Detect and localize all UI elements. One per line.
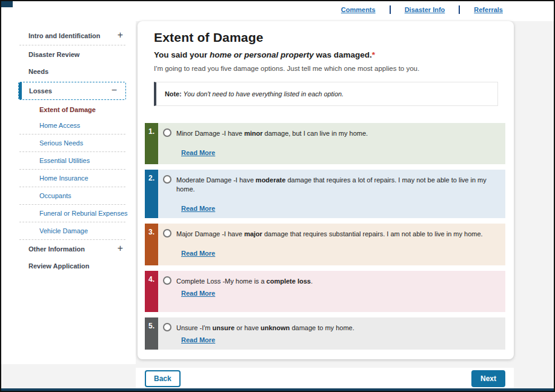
option-number-tab: 5.: [145, 317, 158, 350]
sidebar-item-serious-needs[interactable]: Serious Needs: [1, 135, 136, 151]
damage-option-3[interactable]: 3.Major Damage -I have major damage that…: [145, 224, 505, 265]
sidebar-item-needs[interactable]: Needs: [1, 63, 136, 80]
sidebar-separator: [19, 45, 125, 45]
sidebar-item-other-information[interactable]: Other Information+: [1, 241, 136, 257]
option-radio[interactable]: [163, 229, 171, 238]
sidebar-item-label: Other Information: [28, 245, 85, 253]
footer-bar: Back Next: [136, 368, 514, 390]
sidebar-item-review-application[interactable]: Review Application: [1, 257, 136, 274]
option-label-row: Major Damage -I have major damage that r…: [163, 229, 499, 239]
sidebar-list: Intro and Identification+Disaster Review…: [1, 27, 136, 274]
top-bar: CommentsDisaster InfoReferrals: [1, 1, 554, 21]
plus-icon[interactable]: +: [118, 244, 123, 253]
text-segment: unsure: [213, 324, 235, 331]
option-number-tab: 1.: [145, 123, 158, 164]
sidebar-item-label: Disaster Review: [28, 51, 79, 58]
read-more-link[interactable]: Read More: [181, 149, 215, 156]
read-more-link[interactable]: Read More: [181, 205, 215, 212]
sidebar-item-home-access[interactable]: Home Access: [1, 118, 136, 133]
option-text: Minor Damage -I have minor damage, but I…: [176, 128, 368, 138]
option-radio[interactable]: [163, 175, 171, 184]
text-segment: Major Damage -I have: [176, 230, 244, 238]
minus-icon[interactable]: −: [111, 85, 117, 95]
sidebar-separator: [19, 222, 125, 222]
read-more-link[interactable]: Read More: [181, 336, 215, 344]
sidebar-separator: [19, 134, 125, 135]
sidebar-item-label: Essential Utilities: [39, 157, 90, 164]
top-link-referrals[interactable]: Referrals: [474, 6, 503, 13]
intro-text: I'm going to read you five damage option…: [154, 65, 498, 72]
sidebar-item-vehicle-damage[interactable]: Vehicle Damage: [1, 223, 136, 239]
sidebar-item-label: Losses: [29, 87, 52, 95]
option-text: Moderate Damage -I have moderate damage …: [176, 175, 499, 194]
text-segment: .: [311, 277, 313, 285]
plus-icon[interactable]: +: [118, 30, 123, 40]
sidebar-item-label: Home Access: [39, 122, 80, 129]
text-segment: damage, but I can live in my home.: [262, 130, 368, 137]
sidebar-item-occupants[interactable]: Occupants: [1, 188, 136, 204]
damage-option-2[interactable]: 2.Moderate Damage -I have moderate damag…: [145, 170, 505, 218]
text-segment: Minor Damage -I have: [176, 130, 244, 137]
option-number-tab: 3.: [145, 224, 158, 265]
text-segment: damage to my home.: [290, 324, 354, 331]
next-button[interactable]: Next: [471, 370, 505, 387]
option-text: Complete Loss -My home is a complete los…: [176, 276, 313, 286]
option-body: Major Damage -I have major damage that r…: [158, 224, 505, 265]
sidebar-item-intro-and-identification[interactable]: Intro and Identification+: [1, 27, 136, 44]
question-text: You said your home or personal property …: [154, 50, 498, 59]
sidebar-item-label: Extent of Damage: [39, 106, 96, 113]
sidebar-item-home-insurance[interactable]: Home Insurance: [1, 170, 136, 186]
sidebar-item-label: Serious Needs: [39, 139, 83, 147]
note-box: Note: You don't need to have everything …: [154, 82, 498, 106]
damage-option-1[interactable]: 1.Minor Damage -I have minor damage, but…: [145, 123, 505, 164]
sidebar-item-label: Review Application: [28, 262, 89, 270]
option-number-tab: 2.: [145, 170, 158, 218]
sidebar-item-label: Intro and Identification: [28, 32, 101, 39]
sidebar-item-disaster-review[interactable]: Disaster Review: [1, 46, 136, 63]
sidebar-nav: Intro and Identification+Disaster Review…: [1, 21, 136, 364]
sidebar-item-extent-of-damage[interactable]: Extent of Damage: [1, 102, 136, 118]
back-button[interactable]: Back: [145, 370, 181, 387]
text-segment: Note:: [165, 90, 184, 98]
text-segment: complete loss: [267, 277, 311, 285]
sidebar-item-label: Funeral or Reburial Expenses: [39, 210, 128, 217]
sidebar-item-label: Vehicle Damage: [39, 227, 88, 234]
top-link-comments[interactable]: Comments: [341, 6, 376, 13]
option-body: Moderate Damage -I have moderate damage …: [158, 170, 505, 218]
option-label-row: Minor Damage -I have minor damage, but I…: [163, 128, 499, 138]
option-radio[interactable]: [163, 128, 171, 137]
damage-option-4[interactable]: 4.Complete Loss -My home is a complete l…: [145, 271, 505, 312]
text-segment: Complete Loss -My home is a: [176, 277, 267, 285]
top-links-nav: CommentsDisaster InfoReferrals: [341, 5, 503, 14]
option-body: Complete Loss -My home is a complete los…: [158, 271, 505, 312]
sidebar-separator: [19, 239, 125, 240]
top-left-accent: [1, 1, 13, 7]
expanded-section-box: Losses−: [18, 82, 126, 100]
top-link-disaster-info[interactable]: Disaster Info: [405, 6, 445, 13]
sidebar-item-essential-utilities[interactable]: Essential Utilities: [1, 153, 136, 168]
option-body: Unsure -I'm unsure or have unknown damag…: [158, 317, 505, 350]
page-title: Extent of Damage: [154, 30, 498, 45]
app-window: CommentsDisaster InfoReferrals Intro and…: [0, 0, 555, 392]
option-label-row: Complete Loss -My home is a complete los…: [163, 276, 499, 286]
option-radio[interactable]: [163, 276, 171, 285]
sidebar-item-funeral-or-reburial-expenses[interactable]: Funeral or Reburial Expenses: [1, 205, 136, 221]
option-radio[interactable]: [163, 323, 171, 331]
text-segment: *: [372, 50, 375, 59]
text-segment: minor: [244, 130, 263, 137]
main-panel: Extent of Damage You said your home or p…: [138, 21, 514, 359]
option-text: Unsure -I'm unsure or have unknown damag…: [176, 323, 354, 333]
option-label-row: Moderate Damage -I have moderate damage …: [163, 175, 499, 194]
text-segment: major: [244, 230, 262, 238]
sidebar-item-label: Needs: [28, 68, 48, 75]
option-text: Major Damage -I have major damage that r…: [176, 229, 483, 239]
text-segment: or have: [234, 324, 261, 331]
read-more-link[interactable]: Read More: [181, 290, 215, 297]
sidebar-item-losses[interactable]: Losses−: [19, 82, 125, 99]
damage-option-5[interactable]: 5.Unsure -I'm unsure or have unknown dam…: [145, 317, 505, 350]
option-number-tab: 4.: [145, 271, 158, 312]
read-more-link[interactable]: Read More: [181, 250, 215, 257]
damage-options-list: 1.Minor Damage -I have minor damage, but…: [145, 123, 505, 350]
text-segment: damage that requires substantial repairs…: [262, 230, 483, 238]
option-label-row: Unsure -I'm unsure or have unknown damag…: [163, 323, 499, 333]
